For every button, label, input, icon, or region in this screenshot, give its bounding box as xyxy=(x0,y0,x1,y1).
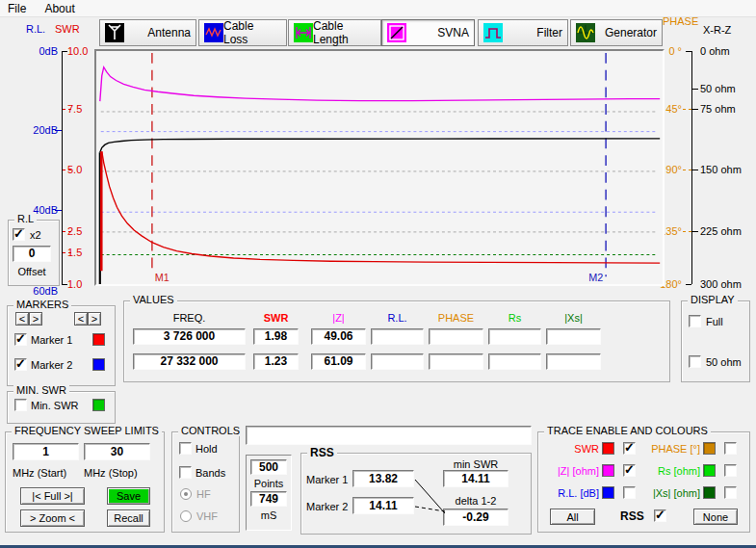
marker2-label: Marker 2 xyxy=(31,359,72,371)
antenna-button[interactable]: Antenna xyxy=(99,19,196,46)
marker2-rl-value xyxy=(371,353,424,370)
min-swr-checkbox[interactable] xyxy=(14,399,27,411)
rss-group-title: RSS xyxy=(307,446,337,459)
trace-all-button[interactable]: All xyxy=(550,509,595,525)
trace-z-swatch[interactable] xyxy=(602,464,614,477)
trace-rs-checkbox[interactable] xyxy=(724,464,737,477)
display-group: DISPLAY xyxy=(681,300,750,382)
display-50ohm-checkbox[interactable] xyxy=(689,355,701,368)
phase-tickmark-45 xyxy=(683,109,691,111)
trace-phase-checkbox[interactable] xyxy=(724,442,737,455)
trace-xs-swatch[interactable] xyxy=(703,486,716,499)
recall-button[interactable]: Recall xyxy=(107,509,150,527)
trace-none-button[interactable]: None xyxy=(693,509,738,525)
marker1-prev-button[interactable]: < xyxy=(15,312,29,326)
ohm-tick-225: 225 ohm xyxy=(700,225,742,237)
hf-radio[interactable] xyxy=(180,488,192,500)
controls-group-title: CONTROLS xyxy=(178,425,243,436)
xrz-axis-title: X-R-Z xyxy=(703,24,731,36)
marker1-checkbox[interactable] xyxy=(14,333,27,346)
trace-rl-checkbox[interactable] xyxy=(623,486,636,499)
svna-icon xyxy=(387,23,406,42)
marker1-swr-value: 1.98 xyxy=(253,328,299,345)
db-tick-20: 20dB xyxy=(23,124,58,136)
cable-loss-icon xyxy=(204,23,223,42)
full-span-button[interactable]: |< Full >| xyxy=(20,487,85,505)
save-button[interactable]: Save xyxy=(107,487,150,505)
bands-checkbox[interactable] xyxy=(179,466,192,479)
values-header-phase: PHASE xyxy=(429,312,483,324)
cable-length-button[interactable]: Cable Length xyxy=(288,19,381,46)
status-field[interactable] xyxy=(246,426,532,445)
zoom-button[interactable]: > Zoom < xyxy=(20,509,85,527)
min-swr-color-swatch[interactable] xyxy=(92,399,105,411)
trace-rl-label: R.L. [dB] xyxy=(539,487,599,499)
rss-marker1-label: Marker 1 xyxy=(306,474,348,485)
freq-stop-input[interactable]: 30 xyxy=(84,443,150,460)
swr-tickmark-7-5 xyxy=(63,109,71,111)
trace-rss-checkbox[interactable] xyxy=(654,509,666,522)
marker1-rs-value xyxy=(488,328,541,345)
swr-tickmark-5 xyxy=(63,170,71,171)
cable-loss-button[interactable]: Cable Loss xyxy=(198,19,287,46)
display-full-label: Full xyxy=(706,316,723,327)
values-header-z: |Z| xyxy=(311,312,366,324)
rss-delta-value: -0.29 xyxy=(443,509,508,526)
rl-x2-label: x2 xyxy=(30,229,41,241)
marker1-rl-value xyxy=(371,328,424,345)
rl-offset-input[interactable]: 0 xyxy=(13,246,51,262)
trace-rl-swatch[interactable] xyxy=(602,486,614,499)
values-header-rs: Rs xyxy=(488,312,541,324)
generator-icon xyxy=(576,23,595,42)
min-swr-label: Min. SWR xyxy=(31,400,79,411)
marker2-checkbox[interactable] xyxy=(14,358,27,371)
db-tickmark-20 xyxy=(55,130,62,131)
ohm-tick-300: 300 ohm xyxy=(700,278,742,290)
trace-phase-swatch[interactable] xyxy=(703,442,716,455)
rss-marker2-value: 14.11 xyxy=(352,497,414,514)
points-label: Points xyxy=(247,478,291,489)
trace-swr-checkbox[interactable] xyxy=(623,442,636,455)
trace-enable-group-title: TRACE ENABLE AND COLOURS xyxy=(544,425,711,436)
marker2-next-button[interactable]: > xyxy=(88,312,101,326)
trace-z-checkbox[interactable] xyxy=(623,464,636,477)
rl-offset-label: Offset xyxy=(11,266,53,277)
rl-x2-checkbox[interactable] xyxy=(13,228,25,241)
marker2-prev-button[interactable]: < xyxy=(74,312,88,326)
marker2-color-swatch[interactable] xyxy=(92,358,105,371)
rl-axis-title: R.L. xyxy=(26,23,45,35)
filter-button-label: Filter xyxy=(536,26,562,39)
ohm-tick-50: 50 ohm xyxy=(700,83,736,94)
chart-plot-area[interactable]: M1M2 xyxy=(94,49,665,286)
menu-file[interactable]: File xyxy=(0,0,34,17)
hold-checkbox[interactable] xyxy=(179,442,192,455)
values-header-rl: R.L. xyxy=(371,312,424,324)
menu-about[interactable]: About xyxy=(37,0,82,17)
freq-start-input[interactable]: 1 xyxy=(13,443,79,460)
markers-group-title: MARKERS xyxy=(13,299,71,310)
rss-delta-label: delta 1-2 xyxy=(443,495,508,507)
filter-button[interactable]: Filter xyxy=(478,19,568,46)
menu-bar: File About xyxy=(0,0,756,17)
right-axis-top-tick xyxy=(686,51,691,52)
svg-text:M1: M1 xyxy=(155,272,169,283)
marker2-xs-value xyxy=(546,353,601,370)
db-tickmark-40 xyxy=(55,210,62,211)
rss-min-swr-label: min SWR xyxy=(443,458,508,470)
svna-button[interactable]: SVNA xyxy=(381,19,475,46)
marker1-color-swatch[interactable] xyxy=(92,333,105,346)
trace-xs-checkbox[interactable] xyxy=(724,486,737,499)
display-full-checkbox[interactable] xyxy=(689,315,701,327)
trace-rs-swatch[interactable] xyxy=(703,464,716,477)
values-header-xs: |Xs| xyxy=(546,312,601,324)
swr-axis-title: SWR xyxy=(55,23,80,35)
marker2-z-value: 61.09 xyxy=(311,353,366,370)
generator-button[interactable]: Generator xyxy=(570,19,663,46)
swr-tick-1: 1.0 xyxy=(67,278,82,290)
marker1-next-button[interactable]: > xyxy=(29,312,42,326)
trace-z-label: |Z| [ohm] xyxy=(539,465,599,477)
vhf-radio[interactable] xyxy=(180,510,192,522)
phase-tickmark-90 xyxy=(683,170,691,171)
marker2-swr-value: 1.23 xyxy=(253,353,299,370)
trace-swr-swatch[interactable] xyxy=(602,442,614,455)
